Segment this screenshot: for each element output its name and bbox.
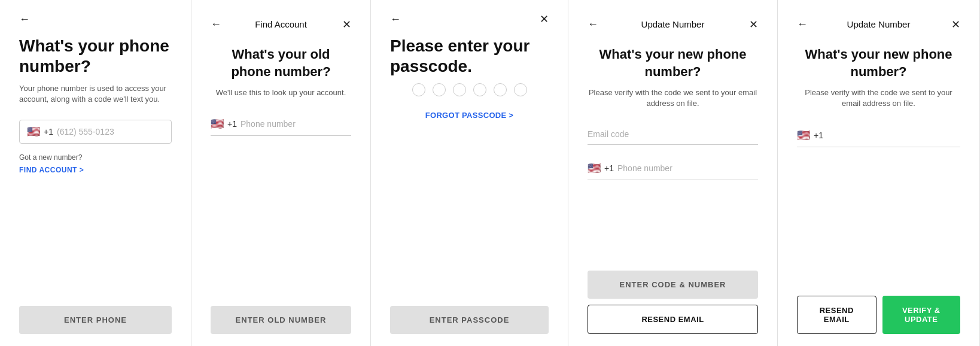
- panel-find-account: ← Find Account ✕ What's your old phone n…: [191, 0, 371, 346]
- country-code-5: +1: [814, 130, 823, 140]
- find-account-hint: Got a new number?: [19, 153, 172, 162]
- panel-2-footer: ENTER OLD NUMBER: [211, 296, 351, 346]
- panel-4-footer: ENTER CODE & NUMBER RESEND EMAIL: [588, 261, 758, 346]
- back-arrow-icon-4[interactable]: ←: [588, 18, 598, 31]
- find-account-link[interactable]: FIND ACCOUNT >: [19, 166, 84, 174]
- enter-phone-button[interactable]: ENTER PHONE: [19, 306, 172, 334]
- panel-1-heading: What's your phone number?: [19, 36, 172, 76]
- old-phone-input-container: 🇺🇸 +1: [211, 113, 351, 136]
- panel-4-heading: What's your new phone number?: [588, 46, 758, 80]
- forgot-passcode-link[interactable]: FORGOT PASSCODE >: [390, 111, 549, 120]
- panel-5-subtext: Please verify with the code we sent to y…: [797, 87, 960, 109]
- close-icon-2[interactable]: ✕: [342, 18, 351, 31]
- panel-3-content: Please enter your passcode. FORGOT PASSC…: [390, 36, 549, 296]
- country-code-2: +1: [227, 119, 237, 129]
- panel-2-subtext: We'll use this to look up your account.: [211, 87, 351, 98]
- panel-verify-update: ← Update Number ✕ What's your new phone …: [778, 0, 980, 346]
- passcode-dot-4: [473, 83, 486, 96]
- new-phone-input-container: 🇺🇸 +1: [588, 157, 758, 180]
- close-icon-4[interactable]: ✕: [749, 18, 758, 31]
- email-code-input[interactable]: [588, 129, 758, 139]
- passcode-dot-2: [433, 83, 446, 96]
- close-icon-5[interactable]: ✕: [951, 18, 960, 31]
- panel-5-title: Update Number: [847, 19, 911, 29]
- enter-code-number-button[interactable]: ENTER CODE & NUMBER: [588, 271, 758, 299]
- country-code: +1: [44, 127, 53, 136]
- back-arrow-icon-2[interactable]: ←: [211, 18, 221, 31]
- passcode-dot-3: [453, 83, 466, 96]
- panel-5-content: What's your new phone number? Please ver…: [797, 46, 960, 286]
- panel-4-title: Update Number: [641, 19, 705, 29]
- panel-phone-number: ← What's your phone number? Your phone n…: [0, 0, 191, 346]
- flag-icon-4: 🇺🇸: [588, 162, 601, 175]
- panel-2-content: What's your old phone number? We'll use …: [211, 46, 351, 296]
- email-code-container: [588, 124, 758, 145]
- back-arrow-icon[interactable]: ←: [19, 13, 30, 26]
- panel-3-heading: Please enter your passcode.: [390, 36, 549, 76]
- country-code-4: +1: [604, 163, 614, 173]
- enter-old-number-button[interactable]: ENTER OLD NUMBER: [211, 306, 351, 334]
- flag-icon-5: 🇺🇸: [797, 129, 810, 142]
- panel-2-title: Find Account: [255, 19, 307, 29]
- back-arrow-icon-5[interactable]: ←: [797, 18, 808, 31]
- panel-5-footer-row: RESEND EMAIL VERIFY & UPDATE: [797, 296, 960, 334]
- panel-5-header: ← Update Number ✕: [797, 19, 960, 29]
- passcode-dot-1: [412, 83, 425, 96]
- new-phone-input[interactable]: [617, 163, 758, 173]
- back-arrow-icon-3[interactable]: ←: [390, 13, 401, 26]
- panel-update-number: ← Update Number ✕ What's your new phone …: [568, 0, 778, 346]
- panel-2-header: ← Find Account ✕: [211, 19, 351, 29]
- panel-4-header: ← Update Number ✕: [588, 19, 758, 29]
- panel-passcode: ← ✕ Please enter your passcode. FORGOT P…: [371, 0, 568, 346]
- flag-icon: 🇺🇸: [27, 125, 40, 138]
- panel-4-subtext: Please verify with the code we sent to y…: [588, 87, 758, 109]
- panel-1-footer: ENTER PHONE: [19, 296, 172, 346]
- panel-5-footer: RESEND EMAIL VERIFY & UPDATE: [797, 286, 960, 346]
- passcode-dots-container: [390, 83, 549, 96]
- verify-update-button[interactable]: VERIFY & UPDATE: [882, 296, 961, 334]
- passcode-dot-5: [494, 83, 507, 96]
- panel-5-heading: What's your new phone number?: [797, 46, 960, 80]
- phone-input[interactable]: [57, 127, 164, 136]
- panel-4-content: What's your new phone number? Please ver…: [588, 46, 758, 261]
- flag-icon-2: 🇺🇸: [211, 117, 224, 130]
- phone-input-container: 🇺🇸 +1: [19, 120, 172, 144]
- old-phone-input[interactable]: [241, 119, 351, 129]
- close-icon-3[interactable]: ✕: [540, 13, 549, 26]
- panel-1-content: What's your phone number? Your phone num…: [19, 36, 172, 296]
- passcode-dot-6: [514, 83, 527, 96]
- panel-2-heading: What's your old phone number?: [211, 46, 351, 80]
- verify-phone-input-container: 🇺🇸 +1: [797, 124, 960, 147]
- panel-3-footer: ENTER PASSCODE: [390, 296, 549, 346]
- resend-email-button-5[interactable]: RESEND EMAIL: [797, 296, 876, 334]
- resend-email-button-4[interactable]: RESEND EMAIL: [588, 305, 758, 334]
- panel-1-subtext: Your phone number is used to access your…: [19, 83, 172, 105]
- verify-phone-input[interactable]: [827, 130, 960, 140]
- enter-passcode-button[interactable]: ENTER PASSCODE: [390, 306, 549, 334]
